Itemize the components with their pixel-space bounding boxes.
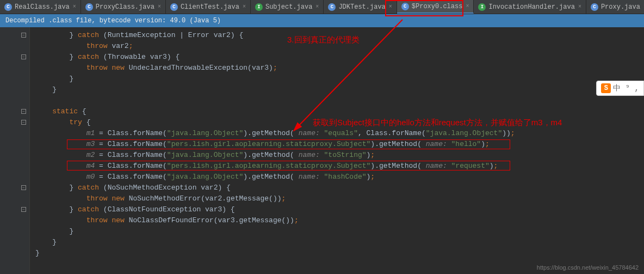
code-line: m3 = Class.forName("pers.lish.girl.aople… (35, 138, 644, 149)
tab-clienttest[interactable]: CClientTest.java× (166, 0, 251, 14)
watermark-text: https://blog.csdn.net/weixin_45784642 (537, 264, 639, 271)
tab-proxy0[interactable]: C$Proxy0.class× (397, 0, 474, 14)
fold-icon[interactable]: − (21, 120, 26, 125)
tab-label: $Proxy0.class (412, 3, 463, 10)
status-text: Decompiled .class file, bytecode version… (5, 17, 221, 25)
code-line (35, 95, 644, 106)
code-line: } catch (Throwable var3) { (35, 51, 644, 62)
close-icon[interactable]: × (466, 3, 469, 9)
class-icon: C (170, 3, 178, 11)
code-line: } (35, 84, 644, 95)
class-icon: C (85, 3, 93, 11)
code-line: } (35, 73, 644, 84)
code-line: } (35, 226, 644, 236)
tab-label: RealClass.java (15, 3, 70, 11)
code-line: } catch (RuntimeException | Error var2) … (35, 29, 644, 40)
code-content[interactable]: } catch (RuntimeException | Error var2) … (30, 27, 644, 274)
code-line: throw new UndeclaredThrowableException(v… (35, 62, 644, 73)
tab-proxy[interactable]: CProxy.java× (586, 0, 644, 14)
code-line: m2 = Class.forName("java.lang.Object").g… (35, 149, 644, 160)
tab-label: InvocationHandler.java (488, 3, 574, 11)
editor-tabs: CRealClass.java× CProxyClass.java× CClie… (0, 0, 644, 14)
code-line: } catch (NoSuchMethodException var2) { (35, 182, 644, 193)
ime-panel[interactable]: S 中 ⁹ , (596, 81, 644, 96)
close-icon[interactable]: × (243, 4, 246, 10)
code-line: m0 = Class.forName("java.lang.Object").g… (35, 171, 644, 182)
decompile-status-bar: Decompiled .class file, bytecode version… (0, 14, 644, 27)
code-line: } (35, 247, 644, 258)
code-line: throw new NoSuchMethodError(var2.getMess… (35, 193, 644, 204)
tab-label: ProxyClass.java (96, 3, 154, 11)
close-icon[interactable]: × (389, 4, 392, 10)
code-line: } catch (ClassNotFoundException var3) { (35, 204, 644, 215)
fold-icon[interactable]: − (21, 185, 26, 190)
tab-label: ClientTest.java (181, 3, 239, 11)
code-editor: − − − − − − } catch (RuntimeException | … (0, 27, 644, 274)
fold-icon[interactable]: − (21, 33, 26, 38)
sogou-badge-icon: S (601, 83, 611, 93)
close-icon[interactable]: × (578, 4, 581, 10)
tab-label: Proxy.java (601, 3, 640, 11)
code-line: throw new NoClassDefFoundError(var3.getM… (35, 215, 644, 226)
code-line: } (35, 236, 644, 247)
class-icon: C (328, 3, 336, 11)
close-icon[interactable]: × (315, 4, 319, 10)
code-line: try { (35, 117, 644, 127)
code-line: m1 = Class.forName("java.lang.Object").g… (35, 127, 644, 138)
tab-label: JDKTest.java (338, 3, 385, 11)
fold-icon[interactable]: − (21, 207, 26, 212)
class-icon: C (401, 3, 409, 10)
gutter: − − − − − − (0, 27, 30, 274)
code-line: throw var2; (35, 40, 644, 51)
fold-icon[interactable]: − (21, 54, 26, 59)
class-icon: C (591, 3, 598, 11)
close-icon[interactable]: × (158, 4, 161, 10)
fold-icon[interactable]: − (21, 109, 26, 114)
tab-realclass[interactable]: CRealClass.java× (0, 0, 81, 14)
interface-icon: I (255, 3, 263, 11)
ime-text: 中 ⁹ , (613, 83, 639, 93)
tab-invocationhandler[interactable]: IInvocationHandler.java× (474, 0, 586, 14)
tab-subject[interactable]: ISubject.java× (251, 0, 324, 14)
tab-label: Subject.java (265, 3, 312, 11)
tab-jdktest[interactable]: CJDKTest.java× (324, 0, 397, 14)
interface-icon: I (478, 3, 486, 11)
code-line: static { (35, 106, 644, 117)
code-line: m4 = Class.forName("pers.lish.girl.aople… (35, 160, 644, 171)
tab-proxyclass[interactable]: CProxyClass.java× (81, 0, 166, 14)
close-icon[interactable]: × (73, 4, 76, 10)
class-icon: C (4, 3, 12, 11)
